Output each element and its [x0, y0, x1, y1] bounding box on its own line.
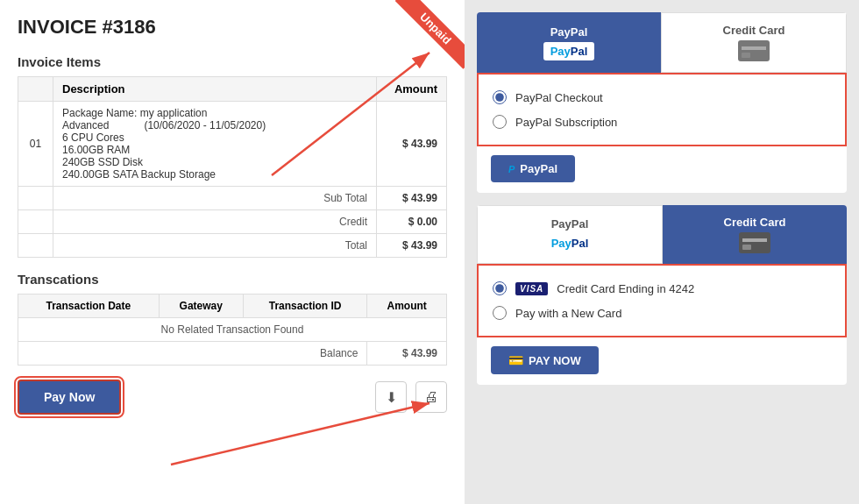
payment-block-2: PayPal PayPal Credit Card VISA Credit Ca… [477, 205, 847, 385]
paypal-logo-1: PayPal [543, 42, 595, 60]
visa-badge: VISA [515, 282, 548, 295]
option-paypal-checkout-label: PayPal Checkout [515, 91, 603, 104]
left-panel: Unpaid INVOICE #3186 Invoice Items Descr… [0, 0, 465, 504]
option-paypal-checkout: PayPal Checkout [493, 85, 831, 110]
unpaid-ribbon: Unpaid [377, 0, 465, 88]
col-num [18, 77, 53, 102]
total-label: Total [53, 234, 377, 258]
total-value: $ 43.99 [377, 234, 447, 258]
print-icon: 🖨 [424, 389, 438, 405]
total-row: Total $ 43.99 [18, 234, 447, 258]
tab-row-2: PayPal PayPal Credit Card [477, 205, 847, 264]
paypal-btn-label: PayPal [520, 162, 557, 175]
balance-label: Balance [18, 342, 367, 366]
subtotal-value: $ 43.99 [377, 187, 447, 210]
tab-row-1: PayPal PayPal Credit Card [477, 12, 847, 73]
pay-now-icon: 💳 [508, 353, 523, 367]
radio-existing-card[interactable] [493, 281, 507, 295]
download-icon: ⬇ [386, 389, 397, 406]
row-description: Package Name: my application Advanced (1… [53, 102, 377, 187]
option-existing-card: VISA Credit Card Ending in 4242 [493, 276, 831, 301]
pay-now-final-button[interactable]: 💳 PAY NOW [491, 346, 599, 374]
tab-paypal-label-2: PayPal [551, 217, 589, 231]
option-new-card-label: Pay with a New Card [515, 307, 621, 320]
radio-new-card[interactable] [493, 306, 507, 320]
tab-paypal-1[interactable]: PayPal PayPal [477, 12, 661, 73]
option-paypal-subscription-label: PayPal Subscription [515, 116, 617, 129]
paypal-btn-icon: P [508, 164, 515, 174]
pay-now-button[interactable]: Pay Now [18, 380, 121, 415]
credit-card-icon-2 [739, 232, 770, 253]
credit-card-icon-1 [738, 40, 770, 61]
empty-message: No Related Transaction Found [18, 318, 447, 342]
download-button[interactable]: ⬇ [375, 381, 407, 413]
subtotal-label: Sub Total [53, 187, 377, 210]
paypal-logo-2: PayPal [544, 234, 596, 252]
tab-creditcard-label-1: Credit Card [723, 24, 785, 37]
options-area-1: PayPal Checkout PayPal Subscription [477, 73, 847, 146]
transactions-title: Transcations [18, 272, 447, 287]
ribbon-text: Unpaid [395, 0, 465, 69]
balance-row: Balance $ 43.99 [18, 342, 447, 366]
transactions-table: Transaction Date Gateway Transaction ID … [18, 294, 447, 366]
option-existing-card-label: Credit Card Ending in 4242 [557, 282, 694, 295]
credit-row: Credit $ 0.00 [18, 210, 447, 234]
subtotal-row: Sub Total $ 43.99 [18, 187, 447, 210]
option-paypal-subscription: PayPal Subscription [493, 110, 831, 134]
empty-transactions-row: No Related Transaction Found [18, 318, 447, 342]
col-txamount: Amount [367, 295, 447, 318]
tab-creditcard-label-2: Credit Card [724, 216, 786, 229]
invoice-items-table: Description Amount 01 Package Name: my a… [18, 76, 447, 258]
radio-paypal-checkout[interactable] [493, 90, 507, 104]
row-number: 01 [18, 102, 53, 187]
credit-value: $ 0.00 [377, 210, 447, 234]
right-panel: PayPal PayPal Credit Card PayPal Checkou… [465, 0, 859, 504]
table-row: 01 Package Name: my application Advanced… [18, 102, 447, 187]
payment-block-1: PayPal PayPal Credit Card PayPal Checkou… [477, 12, 847, 193]
print-button[interactable]: 🖨 [415, 381, 447, 413]
col-txid: Transaction ID [243, 295, 367, 318]
option-new-card: Pay with a New Card [493, 301, 831, 325]
tab-creditcard-2[interactable]: Credit Card [663, 205, 847, 264]
row-amount: $ 43.99 [377, 102, 447, 187]
balance-value: $ 43.99 [367, 342, 447, 366]
paypal-checkout-button[interactable]: P PayPal [491, 155, 575, 182]
pay-now-final-label: PAY NOW [529, 354, 581, 367]
tab-creditcard-1[interactable]: Credit Card [661, 12, 847, 73]
col-txdate: Transaction Date [18, 295, 160, 318]
tab-paypal-2[interactable]: PayPal PayPal [477, 205, 663, 264]
radio-paypal-subscription[interactable] [493, 115, 507, 129]
tab-paypal-label: PayPal [550, 25, 588, 39]
credit-label: Credit [53, 210, 377, 234]
col-description: Description [53, 77, 377, 102]
col-gateway: Gateway [159, 295, 243, 318]
options-area-2: VISA Credit Card Ending in 4242 Pay with… [477, 264, 847, 337]
bottom-actions: Pay Now ⬇ 🖨 [18, 380, 447, 415]
